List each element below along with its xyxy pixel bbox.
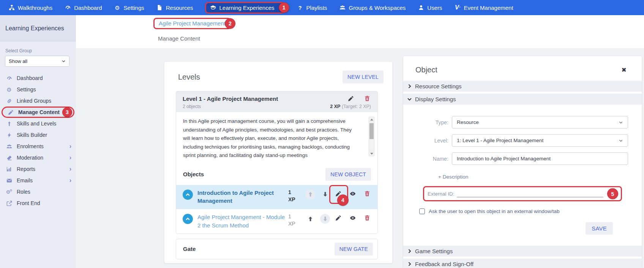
move-up-icon[interactable] — [305, 214, 315, 224]
new-object-button[interactable]: NEW OBJECT — [325, 168, 371, 181]
sidebar-item-dashboard[interactable]: Dashboard — [0, 72, 76, 84]
sidebar-item-emails[interactable]: Emails › — [0, 175, 76, 186]
sidebar-item-roles[interactable]: ⚙⚙ Roles — [0, 186, 76, 197]
sidebar-menu: Dashboard ⚙ Settings Linked Groups Manag… — [0, 72, 76, 209]
scroll-up-icon[interactable] — [369, 117, 374, 122]
gate-section: Gate NEW GATE — [176, 239, 378, 259]
chevron-down-icon — [619, 120, 623, 125]
nav-item-settings[interactable]: ⚙ Settings — [114, 5, 144, 11]
object-xp-label: XP — [288, 196, 305, 203]
preview-object-icon[interactable] — [350, 215, 356, 221]
new-level-button[interactable]: NEW LEVEL — [343, 71, 384, 83]
sidebar-item-label: Skills and Levels — [17, 121, 56, 127]
object-xp-label: XP — [288, 220, 305, 227]
header-band: Agile Project Management 2 Manage Conten… — [76, 15, 644, 48]
sidebar-item-settings[interactable]: ⚙ Settings — [0, 84, 76, 95]
name-label: Name: — [403, 156, 452, 162]
type-label: Type: — [403, 119, 452, 125]
sidebar-item-linked-groups[interactable]: Linked Groups — [0, 95, 76, 107]
external-window-checkbox[interactable] — [419, 208, 425, 214]
close-icon[interactable]: ✖ — [622, 67, 627, 73]
nav-item-walkthroughs[interactable]: Walkthroughs — [8, 5, 52, 11]
name-input[interactable] — [452, 152, 628, 165]
page: Walkthroughs Dashboard ⚙ Settings Resour… — [0, 0, 644, 268]
section-label: Feedback and Sign-Off — [415, 261, 474, 267]
step-badge-1: 1 — [279, 2, 289, 13]
section-feedback-signoff[interactable]: Feedback and Sign-Off — [403, 259, 642, 268]
level-title: Level 1 - Agile Project Management — [183, 96, 278, 102]
sidebar-item-label: Settings — [17, 86, 36, 92]
sidebar-item-label: Emails — [17, 177, 33, 183]
envelope-icon — [6, 178, 13, 183]
sidebar-item-label: Enrolments — [17, 143, 44, 149]
nav-label: Users — [427, 5, 442, 11]
bar-chart-icon — [6, 166, 13, 172]
object-title[interactable]: Introduction to Agile Project Management — [197, 189, 287, 205]
chevron-right-icon: › — [69, 143, 71, 149]
description-scrollbar[interactable] — [369, 117, 374, 156]
move-down-icon[interactable] — [320, 190, 330, 199]
external-id-input[interactable] — [457, 189, 603, 197]
dashboard-icon — [6, 75, 13, 81]
chevron-right-icon: › — [69, 155, 71, 161]
save-button[interactable]: SAVE — [586, 222, 613, 235]
chevron-down-icon — [407, 97, 412, 102]
sidebar-item-enrolments[interactable]: Enrolments › — [0, 141, 76, 152]
add-description-link[interactable]: + Description — [438, 174, 628, 180]
chevron-down-icon — [62, 59, 66, 63]
delete-object-icon[interactable] — [364, 215, 370, 221]
sidebar-title: Learning Experiences — [0, 15, 76, 42]
group-select[interactable]: Show all — [5, 56, 69, 67]
v-logo-icon: V° — [455, 5, 461, 11]
sidebar-item-front-end[interactable]: Front End — [0, 197, 76, 209]
type-select-value: Resource — [457, 119, 479, 125]
select-group-label: Select Group — [5, 48, 76, 53]
level-xp-target: (Target: 2 XP) — [340, 104, 371, 109]
nav-item-dashboard[interactable]: Dashboard — [65, 5, 102, 11]
object-row: Introduction to Agile Project Management… — [176, 185, 377, 209]
sidebar-item-skills-builder[interactable]: Skills Builder — [0, 129, 76, 141]
section-game-settings[interactable]: Game Settings — [403, 246, 642, 257]
new-gate-button[interactable]: NEW GATE — [335, 243, 373, 255]
sidebar-item-manage-content[interactable]: Manage Content 3 — [2, 107, 74, 118]
gear-icon: ⚙ — [6, 87, 13, 92]
breadcrumb-link[interactable]: Agile Project Management — [159, 20, 226, 27]
nav-item-playlists[interactable]: ? Playlists — [297, 5, 327, 11]
scroll-down-icon[interactable] — [369, 151, 374, 156]
arrow-up-icon — [6, 121, 13, 127]
move-down-icon[interactable] — [320, 214, 330, 224]
object-title[interactable]: Agile Project Mangement - Module 2 the S… — [197, 213, 287, 230]
delete-object-icon[interactable] — [364, 191, 370, 197]
delete-level-icon[interactable] — [364, 96, 370, 102]
level-objects-count: 2 objects — [183, 104, 278, 109]
edit-object-icon[interactable] — [335, 215, 341, 221]
nav-label: Groups & Workspaces — [349, 5, 406, 11]
section-label: Game Settings — [415, 248, 453, 254]
nav-label: Dashboard — [74, 5, 102, 11]
section-resource-settings[interactable]: Resource Settings — [403, 81, 642, 92]
chevron-down-icon — [619, 138, 623, 143]
sidebar-item-moderation[interactable]: Moderation › — [0, 152, 76, 163]
nav-item-resources[interactable]: Resources — [156, 5, 193, 11]
external-id-row: External ID: 5 — [423, 186, 622, 201]
object-panel: Object ✖ Resource Settings Display Setti… — [403, 56, 642, 268]
sidebar-item-reports[interactable]: Reports › — [0, 163, 76, 175]
user-icon — [418, 5, 424, 11]
nav-item-groups-workspaces[interactable]: Groups & Workspaces — [339, 5, 406, 11]
scrollbar-thumb[interactable] — [369, 123, 374, 139]
preview-object-icon[interactable] — [350, 191, 356, 197]
nav-item-users[interactable]: Users — [418, 5, 442, 11]
sidebar-item-skills-and-levels[interactable]: Skills and Levels — [0, 118, 76, 129]
nav-item-learning-experiences[interactable]: Learning Experiences 1 — [205, 2, 284, 14]
chevron-right-icon — [407, 262, 412, 266]
edit-level-icon[interactable] — [348, 96, 354, 102]
level-select[interactable]: 1: Level 1 - Agile Project Management — [452, 134, 628, 147]
type-select[interactable]: Resource — [452, 116, 628, 129]
sidebar-item-label: Roles — [17, 189, 30, 195]
sidebar-item-label: Front End — [17, 200, 40, 206]
level-select-value: 1: Level 1 - Agile Project Management — [457, 138, 543, 143]
section-display-settings[interactable]: Display Settings — [403, 94, 642, 105]
nav-item-event-management[interactable]: V° Event Management — [455, 5, 513, 11]
move-up-icon[interactable] — [305, 190, 315, 199]
sidebar-item-label: Dashboard — [17, 75, 43, 81]
